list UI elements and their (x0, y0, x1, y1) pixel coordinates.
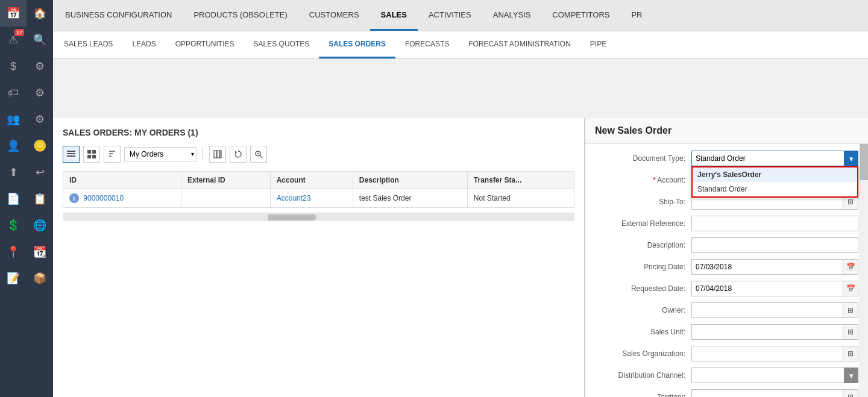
globe-icon[interactable]: 🌐 (27, 212, 53, 239)
svg-rect-2 (67, 155, 75, 157)
home-icon[interactable]: 🏠 (27, 0, 53, 27)
order-id-link[interactable]: 9000000010 (83, 194, 124, 202)
subnav-sales-quotes[interactable]: SALES QUOTES (244, 31, 319, 58)
horizontal-scrollbar[interactable] (63, 213, 574, 221)
sales-unit-input[interactable] (691, 324, 843, 340)
account-link[interactable]: Account23 (277, 194, 311, 202)
box-icon[interactable]: 📦 (27, 265, 53, 292)
columns-button[interactable] (209, 146, 226, 163)
document-type-select[interactable]: Standard Order Jerry's SalesOrder (691, 151, 858, 166)
calendar-icon[interactable]: 📅 (0, 0, 27, 27)
svg-rect-3 (87, 150, 91, 154)
page-title: SALES ORDERS: MY ORDERS (1) (63, 128, 574, 137)
document-icon[interactable]: 📄 (0, 186, 27, 212)
col-description: Description (353, 172, 467, 189)
upload-icon[interactable]: ⬆ (0, 159, 27, 186)
col-account: Account (270, 172, 353, 189)
owner-browse-button[interactable]: ⊞ (843, 302, 858, 318)
nav-competitors[interactable]: COMPETITORS (541, 0, 620, 31)
requested-date-input[interactable] (691, 281, 843, 296)
pricing-date-calendar-button[interactable]: 📅 (843, 259, 858, 275)
nav-customers[interactable]: CUSTOMERS (298, 0, 370, 31)
scroll-thumb[interactable] (268, 214, 316, 220)
territory-label: Territory: (595, 393, 691, 397)
subnav-forecast-administration[interactable]: FORECAST ADMINISTRATION (459, 31, 580, 58)
document-type-dropdown: Jerry's SalesOrder Standard Order (691, 166, 858, 198)
right-panel: New Sales Order Document Type: Standard … (585, 118, 868, 397)
subnav-sales-leads[interactable]: SALES LEADS (54, 31, 122, 58)
calendar2-icon[interactable]: 📆 (27, 239, 53, 265)
list-panel: SALES ORDERS: MY ORDERS (1) My Orders Al… (53, 118, 585, 397)
cell-external-id (181, 189, 271, 208)
zoom-button[interactable] (250, 146, 267, 163)
account-label: Account: (595, 176, 691, 184)
form-row-external-reference: External Reference: (595, 215, 858, 232)
person-icon[interactable]: 👤 (0, 133, 27, 159)
form-row-pricing-date: Pricing Date: 📅 (595, 258, 858, 275)
form-row-owner: Owner: ⊞ (595, 302, 858, 319)
money-icon[interactable]: 💲 (0, 212, 27, 239)
tag-icon[interactable]: 🏷 (0, 80, 27, 106)
subnav-sales-orders[interactable]: SALES ORDERS (319, 31, 395, 58)
nav-activities[interactable]: ACTIVITIES (418, 0, 482, 31)
form-row-sales-organization: Sales Organization: ⊞ (595, 345, 858, 362)
row-info-icon[interactable]: i (69, 193, 79, 203)
col-id: ID (63, 172, 181, 189)
owner-input-wrap: ⊞ (691, 302, 858, 318)
people-settings-icon[interactable]: 👥 (0, 106, 27, 133)
svg-rect-11 (217, 151, 219, 158)
requested-date-calendar-button[interactable]: 📅 (843, 281, 858, 296)
search-icon[interactable]: 🔍 (27, 27, 53, 53)
clipboard-icon[interactable]: 📋 (27, 186, 53, 212)
view-selector[interactable]: My Orders All Orders (124, 147, 197, 161)
form-row-distribution-channel: Distribution Channel: ▾ (595, 367, 858, 384)
subnav-opportunities[interactable]: OPPORTUNITIES (166, 31, 244, 58)
external-reference-label: External Reference: (595, 219, 691, 228)
nav-pr[interactable]: PR (620, 0, 653, 31)
top-nav: BUSINESS CONFIGURATION PRODUCTS (OBSOLET… (0, 0, 868, 31)
subnav-leads[interactable]: LEADS (122, 31, 165, 58)
alert-icon[interactable]: ⚠ 17 (0, 27, 27, 53)
sales-unit-browse-button[interactable]: ⊞ (843, 324, 858, 340)
list-view-button[interactable] (63, 146, 80, 163)
svg-rect-10 (214, 151, 216, 158)
main-content: SALES ORDERS: MY ORDERS (1) My Orders Al… (53, 118, 868, 397)
settings2-icon[interactable]: ⚙ (27, 80, 53, 106)
external-reference-input[interactable] (691, 216, 858, 231)
sales-organization-input[interactable] (691, 346, 843, 361)
nav-products-obsolete[interactable]: PRODUCTS (OBSOLETE) (183, 0, 298, 31)
sort-button[interactable] (104, 146, 121, 163)
coins-icon[interactable]: 🪙 (27, 133, 53, 159)
subnav-pipe[interactable]: PIPE (580, 31, 616, 58)
subnav-forecasts[interactable]: FORECASTS (395, 31, 459, 58)
form-row-document-type: Document Type: Standard Order Jerry's Sa… (595, 150, 858, 167)
nav-business-configuration[interactable]: BUSINESS CONFIGURATION (54, 0, 183, 31)
svg-rect-4 (92, 150, 96, 154)
description-input[interactable] (691, 237, 858, 253)
description-label: Description: (595, 241, 691, 249)
pin-icon[interactable]: 📍 (0, 239, 27, 265)
list-icon[interactable]: 📝 (0, 265, 27, 292)
requested-date-label: Requested Date: (595, 284, 691, 293)
dollar-icon[interactable]: $ (0, 53, 27, 80)
refresh-button[interactable] (230, 146, 247, 163)
pricing-date-input[interactable] (691, 259, 843, 275)
right-scroll-thumb[interactable] (860, 144, 868, 180)
grid-view-button[interactable] (83, 146, 100, 163)
settings3-icon[interactable]: ⚙ (27, 106, 53, 133)
sales-organization-browse-button[interactable]: ⊞ (843, 346, 858, 361)
territory-browse-button[interactable]: ⊞ (843, 389, 858, 397)
owner-input[interactable] (691, 302, 843, 318)
cell-transfer-status: Not Started (467, 189, 574, 208)
nav-analysis[interactable]: ANALYSIS (482, 0, 542, 31)
nav-sales[interactable]: SALES (370, 0, 418, 31)
territory-input[interactable] (691, 389, 843, 397)
col-transfer-status: Transfer Sta... (467, 172, 574, 189)
right-panel-scrollbar[interactable] (860, 144, 868, 397)
back-icon[interactable]: ↩ (27, 159, 53, 186)
distribution-channel-select[interactable] (691, 367, 858, 383)
right-panel-title: New Sales Order (585, 118, 868, 144)
settings-icon[interactable]: ⚙ (27, 53, 53, 80)
dropdown-item-jerrys[interactable]: Jerry's SalesOrder (693, 167, 857, 182)
dropdown-item-standard[interactable]: Standard Order (693, 182, 857, 196)
